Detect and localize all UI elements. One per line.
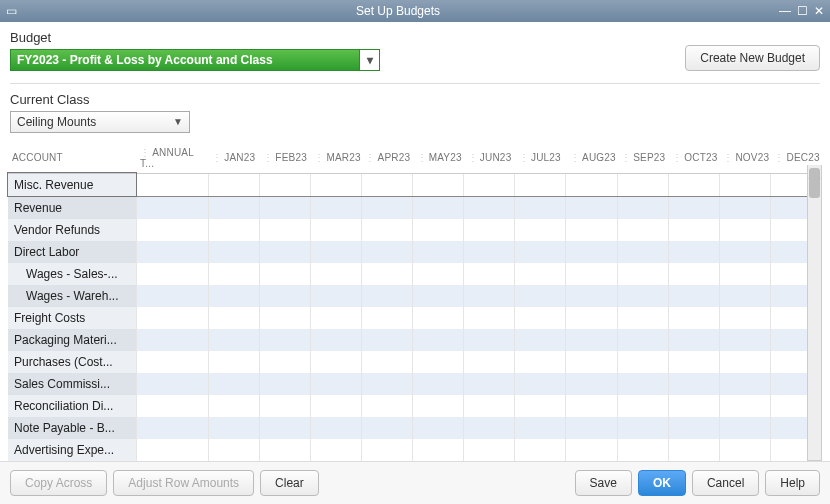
value-cell[interactable] xyxy=(719,417,770,439)
value-cell[interactable] xyxy=(719,241,770,263)
value-cell[interactable] xyxy=(361,241,412,263)
value-cell[interactable] xyxy=(515,373,566,395)
value-cell[interactable] xyxy=(361,263,412,285)
column-header[interactable]: ⋮NOV23 xyxy=(719,141,770,174)
value-cell[interactable] xyxy=(464,307,515,329)
value-cell[interactable] xyxy=(136,219,208,241)
copy-across-button[interactable]: Copy Across xyxy=(10,470,107,496)
ok-button[interactable]: OK xyxy=(638,470,686,496)
value-cell[interactable] xyxy=(413,241,464,263)
account-cell[interactable]: Vendor Refunds xyxy=(8,219,136,241)
account-cell[interactable]: Reconciliation Di... xyxy=(8,395,136,417)
value-cell[interactable] xyxy=(361,439,412,461)
value-cell[interactable] xyxy=(259,263,310,285)
column-header[interactable]: ACCOUNT xyxy=(8,141,136,174)
value-cell[interactable] xyxy=(566,219,617,241)
table-row[interactable]: Direct Labor xyxy=(8,241,822,263)
value-cell[interactable] xyxy=(719,173,770,196)
value-cell[interactable] xyxy=(361,373,412,395)
value-cell[interactable] xyxy=(208,173,259,196)
value-cell[interactable] xyxy=(617,395,668,417)
value-cell[interactable] xyxy=(136,439,208,461)
clear-button[interactable]: Clear xyxy=(260,470,319,496)
value-cell[interactable] xyxy=(617,373,668,395)
value-cell[interactable] xyxy=(668,241,719,263)
value-cell[interactable] xyxy=(464,241,515,263)
value-cell[interactable] xyxy=(259,351,310,373)
account-cell[interactable]: Wages - Sales-... xyxy=(8,263,136,285)
value-cell[interactable] xyxy=(668,219,719,241)
vertical-scrollbar[interactable]: ▲ xyxy=(807,165,822,461)
value-cell[interactable] xyxy=(515,395,566,417)
value-cell[interactable] xyxy=(566,395,617,417)
value-cell[interactable] xyxy=(464,351,515,373)
value-cell[interactable] xyxy=(310,351,361,373)
value-cell[interactable] xyxy=(361,307,412,329)
value-cell[interactable] xyxy=(208,329,259,351)
value-cell[interactable] xyxy=(668,307,719,329)
value-cell[interactable] xyxy=(668,351,719,373)
value-cell[interactable] xyxy=(719,439,770,461)
value-cell[interactable] xyxy=(413,173,464,196)
column-header[interactable]: ⋮APR23 xyxy=(361,141,412,174)
value-cell[interactable] xyxy=(617,173,668,196)
value-cell[interactable] xyxy=(310,219,361,241)
value-cell[interactable] xyxy=(259,285,310,307)
value-cell[interactable] xyxy=(515,196,566,219)
value-cell[interactable] xyxy=(413,307,464,329)
value-cell[interactable] xyxy=(413,196,464,219)
value-cell[interactable] xyxy=(464,285,515,307)
value-cell[interactable] xyxy=(719,196,770,219)
value-cell[interactable] xyxy=(136,263,208,285)
value-cell[interactable] xyxy=(464,263,515,285)
value-cell[interactable] xyxy=(208,373,259,395)
value-cell[interactable] xyxy=(566,241,617,263)
table-row[interactable]: Revenue xyxy=(8,196,822,219)
value-cell[interactable] xyxy=(515,219,566,241)
value-cell[interactable] xyxy=(719,263,770,285)
value-cell[interactable] xyxy=(259,329,310,351)
value-cell[interactable] xyxy=(413,439,464,461)
value-cell[interactable] xyxy=(515,351,566,373)
value-cell[interactable] xyxy=(208,307,259,329)
value-cell[interactable] xyxy=(208,263,259,285)
maximize-icon[interactable]: ☐ xyxy=(797,4,808,18)
value-cell[interactable] xyxy=(310,417,361,439)
account-cell[interactable]: Direct Labor xyxy=(8,241,136,263)
table-row[interactable]: Freight Costs xyxy=(8,307,822,329)
chevron-down-icon[interactable]: ▼ xyxy=(173,116,183,127)
cancel-button[interactable]: Cancel xyxy=(692,470,759,496)
value-cell[interactable] xyxy=(136,196,208,219)
value-cell[interactable] xyxy=(668,373,719,395)
window-menu-icon[interactable]: ▭ xyxy=(6,4,17,18)
value-cell[interactable] xyxy=(566,196,617,219)
value-cell[interactable] xyxy=(566,373,617,395)
value-cell[interactable] xyxy=(719,329,770,351)
adjust-row-amounts-button[interactable]: Adjust Row Amounts xyxy=(113,470,254,496)
value-cell[interactable] xyxy=(566,285,617,307)
value-cell[interactable] xyxy=(566,417,617,439)
value-cell[interactable] xyxy=(668,395,719,417)
value-cell[interactable] xyxy=(617,285,668,307)
value-cell[interactable] xyxy=(668,263,719,285)
value-cell[interactable] xyxy=(361,329,412,351)
value-cell[interactable] xyxy=(136,285,208,307)
value-cell[interactable] xyxy=(566,439,617,461)
value-cell[interactable] xyxy=(668,173,719,196)
value-cell[interactable] xyxy=(515,263,566,285)
value-cell[interactable] xyxy=(464,219,515,241)
value-cell[interactable] xyxy=(566,351,617,373)
table-row[interactable]: Misc. Revenue xyxy=(8,173,822,196)
column-header[interactable]: ⋮AUG23 xyxy=(566,141,617,174)
chevron-down-icon[interactable]: ▾ xyxy=(359,50,379,70)
value-cell[interactable] xyxy=(515,241,566,263)
value-cell[interactable] xyxy=(136,373,208,395)
value-cell[interactable] xyxy=(208,241,259,263)
value-cell[interactable] xyxy=(361,285,412,307)
value-cell[interactable] xyxy=(719,373,770,395)
value-cell[interactable] xyxy=(136,173,208,196)
value-cell[interactable] xyxy=(719,351,770,373)
save-button[interactable]: Save xyxy=(575,470,632,496)
value-cell[interactable] xyxy=(136,329,208,351)
value-cell[interactable] xyxy=(310,395,361,417)
